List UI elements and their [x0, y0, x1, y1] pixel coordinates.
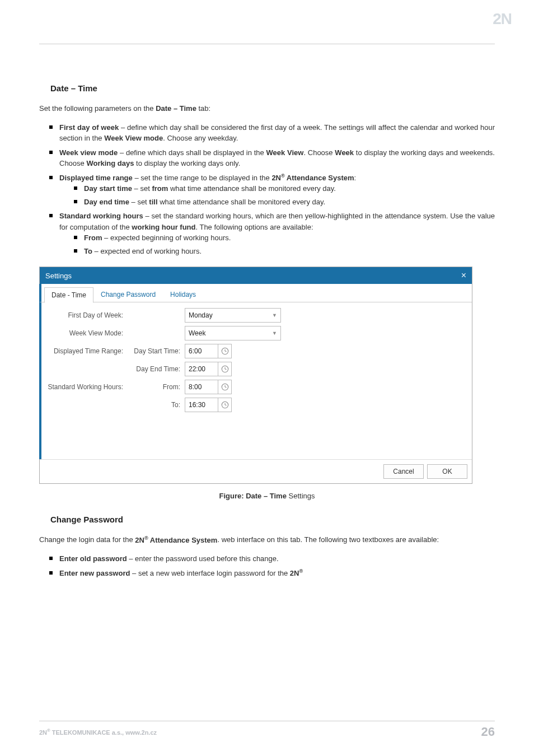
page-number: 26: [481, 725, 495, 739]
tab-change-password[interactable]: Change Password: [93, 287, 163, 302]
row-first-day: First Day of Week: Monday ▼: [46, 307, 467, 324]
bold-text: working hour fund: [132, 223, 195, 231]
registered-mark: ®: [299, 568, 303, 574]
text: . Choose: [303, 148, 335, 157]
bullet-week-view: Week view mode – define which days shall…: [59, 147, 495, 169]
text: . web interface on this tab. The followi…: [217, 536, 439, 544]
bold-text: till: [149, 198, 157, 206]
sub-bullet-from: From – expected beginning of working hou…: [84, 232, 495, 244]
svg-line-2: [225, 351, 227, 352]
from-input[interactable]: 8:00: [185, 380, 218, 394]
svg-line-8: [225, 387, 227, 388]
sub-bullet-list: Day start time – set from what time atte…: [59, 183, 495, 207]
label-day-end: Day End Time:: [129, 365, 185, 373]
row-day-start: Displayed Time Range: Day Start Time: 6:…: [46, 343, 467, 360]
bold-text: Week view mode: [59, 148, 118, 157]
text: – set: [129, 198, 149, 206]
to-input[interactable]: 16:30: [185, 398, 218, 412]
svg-line-11: [225, 405, 227, 405]
text: . The following options are available:: [195, 223, 313, 231]
bold-text: From: [84, 234, 102, 242]
bold-text: First day of week: [59, 123, 119, 132]
day-end-input[interactable]: 22:00: [185, 362, 218, 376]
form-area: First Day of Week: Monday ▼ Week View Mo…: [39, 302, 472, 459]
change-password-intro: Change the login data for the 2N® Attend…: [39, 534, 495, 545]
text: tab:: [196, 104, 210, 113]
row-swh-to: To: 16:30: [46, 396, 467, 413]
text: what time attendance shall be monitored …: [168, 184, 336, 193]
bold-text: Displayed time range: [59, 174, 133, 182]
tab-date-time[interactable]: Date - Time: [44, 287, 93, 303]
bold-text: Working days: [86, 159, 134, 167]
text: – set a new web interface login password…: [130, 569, 289, 577]
bullet-first-day: First day of week – define which day sha…: [59, 122, 495, 144]
close-icon[interactable]: ×: [461, 270, 466, 281]
bold-text: Week View: [266, 148, 304, 157]
figure-caption: Figure: Date – Time Settings: [39, 492, 495, 500]
tab-holidays[interactable]: Holidays: [163, 287, 203, 302]
bold-text: 2N® Attendance System: [135, 536, 217, 544]
clock-icon[interactable]: [218, 344, 232, 358]
clock-icon[interactable]: [218, 362, 232, 376]
label-to: To:: [129, 401, 185, 409]
text: to display the working days only.: [134, 159, 240, 167]
page-footer: 2N® TELEKOMUNIKACE a.s., www.2n.cz 26: [39, 721, 495, 739]
clock-icon[interactable]: [218, 380, 232, 394]
clock-icon[interactable]: [218, 398, 232, 412]
label-first-day: First Day of Week:: [46, 311, 129, 319]
text: – expected end of working hours.: [92, 247, 202, 255]
bold-text: Standard working hours: [59, 212, 143, 220]
ok-button[interactable]: OK: [427, 464, 467, 479]
week-view-select[interactable]: Week ▼: [185, 326, 281, 340]
label-from: From:: [129, 383, 185, 391]
chevron-down-icon: ▼: [272, 312, 277, 318]
bold-text: 2N®: [290, 569, 303, 577]
text: what time attendance shall be monitored …: [158, 198, 326, 206]
sub-bullet-day-end: Day end time – set till what time attend…: [84, 197, 495, 208]
cancel-button[interactable]: Cancel: [383, 464, 424, 479]
dialog-titlebar: Settings ×: [40, 267, 472, 284]
select-value: Week: [189, 329, 205, 337]
intro-paragraph: Set the following parameters on the Date…: [39, 103, 495, 114]
text: – define which days shall be displayed i…: [118, 148, 266, 157]
bullet-old-password: Enter old password – enter the password …: [59, 553, 495, 564]
svg-line-5: [225, 369, 227, 370]
text: :: [354, 174, 357, 182]
bullet-list: First day of week – define which day sha…: [39, 122, 495, 257]
registered-mark: ®: [144, 535, 148, 540]
brand-logo: 2N: [493, 10, 512, 28]
day-start-input[interactable]: 6:00: [185, 344, 218, 358]
first-day-select[interactable]: Monday ▼: [185, 308, 281, 323]
bold-text: Day start time: [84, 184, 132, 193]
bullet-list-passwords: Enter old password – enter the password …: [39, 553, 495, 578]
page-content: Date – Time Set the following parameters…: [39, 44, 495, 578]
bold-text: from: [152, 184, 168, 193]
label-week-view: Week View Mode:: [46, 329, 129, 337]
bold-text: Week View mode: [104, 134, 163, 142]
registered-mark: ®: [281, 173, 285, 179]
bold-text: Figure: Date – Time: [219, 492, 287, 500]
text: Settings: [287, 492, 315, 500]
row-swh-from: Standard Working Hours: From: 8:00: [46, 379, 467, 395]
section-date-time-heading: Date – Time: [50, 83, 495, 93]
bold-text: Date – Time: [156, 104, 196, 113]
dialog-title: Settings: [45, 272, 72, 280]
sub-bullet-list: From – expected beginning of working hou…: [59, 232, 495, 256]
settings-dialog: Settings × Date - Time Change Password H…: [39, 267, 472, 484]
label-day-start: Day Start Time:: [129, 347, 185, 355]
footer-company: 2N® TELEKOMUNIKACE a.s., www.2n.cz: [39, 728, 157, 736]
bold-text: Week: [335, 148, 354, 157]
text: – set: [132, 184, 152, 193]
text: – enter the password used before this ch…: [127, 554, 279, 563]
select-value: Monday: [189, 311, 213, 319]
bullet-new-password: Enter new password – set a new web inter…: [59, 568, 495, 579]
dialog-button-row: Cancel OK: [40, 459, 472, 483]
bullet-displayed-time-range: Displayed time range – set the time rang…: [59, 172, 495, 208]
bold-text: Enter old password: [59, 554, 127, 563]
text: Set the following parameters on the: [39, 104, 156, 113]
bold-text: Enter new password: [59, 569, 130, 577]
tab-strip: Date - Time Change Password Holidays: [39, 284, 472, 302]
text: – expected beginning of working hours.: [102, 234, 231, 242]
sub-bullet-day-start: Day start time – set from what time atte…: [84, 183, 495, 194]
row-day-end: Day End Time: 22:00: [46, 361, 467, 377]
